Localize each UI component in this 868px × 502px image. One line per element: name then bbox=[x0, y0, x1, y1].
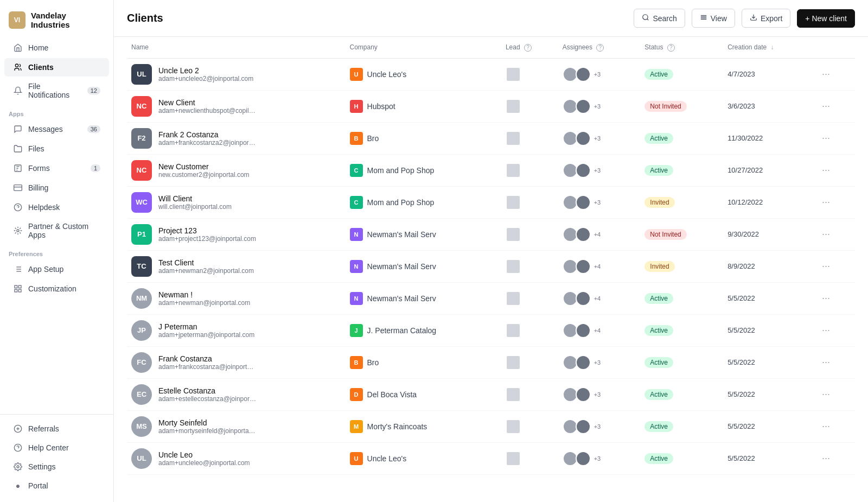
client-name: New Customer bbox=[158, 162, 250, 171]
lead-avatar bbox=[506, 355, 521, 370]
sidebar-item-messages[interactable]: Messages 36 bbox=[4, 120, 109, 138]
actions-cell: ··· bbox=[813, 250, 855, 282]
date-cell: 10/12/2022 bbox=[723, 186, 813, 218]
settings-icon bbox=[13, 462, 23, 472]
company-cell: B Bro bbox=[346, 122, 501, 154]
export-button[interactable]: Export bbox=[742, 9, 790, 28]
sidebar-item-files[interactable]: Files bbox=[4, 139, 109, 158]
org-logo[interactable]: VI Vandelay Industries bbox=[0, 7, 113, 38]
client-cell: P1 Project 123 adam+project123@joinporta… bbox=[127, 218, 346, 250]
date-cell: 9/30/2022 bbox=[723, 218, 813, 250]
preferences-section-label: Preferences bbox=[0, 244, 113, 259]
sidebar-item-forms[interactable]: Forms 1 bbox=[4, 159, 109, 177]
company-cell: J J. Peterman Catalog bbox=[346, 314, 501, 346]
more-options-button[interactable]: ··· bbox=[818, 258, 834, 274]
assignees-more-count: +3 bbox=[594, 135, 601, 142]
lead-avatar bbox=[506, 163, 521, 178]
new-client-button[interactable]: + New client bbox=[797, 9, 855, 28]
sidebar-item-file-notifications[interactable]: File Notifications 12 bbox=[4, 78, 109, 104]
date-cell: 5/5/2022 bbox=[723, 282, 813, 314]
table-row[interactable]: P1 Project 123 adam+project123@joinporta… bbox=[127, 218, 855, 250]
clients-table: Name Company Lead ? Assignees ? Status ? bbox=[127, 37, 855, 475]
actions-cell: ··· bbox=[813, 314, 855, 346]
company-cell: B Bro bbox=[346, 346, 501, 378]
table-row[interactable]: EC Estelle Costanza adam+estellecostanza… bbox=[127, 378, 855, 410]
assignees-cell: +4 bbox=[558, 282, 641, 314]
sidebar-item-portal[interactable]: ● Portal bbox=[4, 476, 109, 495]
sidebar-item-partner-apps[interactable]: Partner & Custom Apps bbox=[4, 218, 109, 244]
assignee-avatar-2 bbox=[576, 451, 591, 466]
more-options-button[interactable]: ··· bbox=[818, 290, 834, 306]
svg-line-24 bbox=[647, 19, 649, 21]
more-options-button[interactable]: ··· bbox=[818, 354, 834, 370]
sidebar-item-files-label: Files bbox=[28, 144, 44, 153]
status-cell: Invited bbox=[640, 250, 723, 282]
assignees-cell: +3 bbox=[558, 378, 641, 410]
sidebar-item-help-center[interactable]: Help Center bbox=[4, 439, 109, 457]
company-icon: B bbox=[350, 132, 363, 145]
more-options-button[interactable]: ··· bbox=[818, 194, 834, 209]
table-row[interactable]: JP J Peterman adam+jpeterman@joinportal.… bbox=[127, 314, 855, 346]
date-cell: 11/30/2022 bbox=[723, 122, 813, 154]
table-row[interactable]: UL Uncle Leo adam+uncleleo@joinportal.co… bbox=[127, 442, 855, 474]
sidebar-item-referrals-label: Referrals bbox=[28, 424, 59, 433]
table-row[interactable]: UL Uncle Leo 2 adam+uncleleo2@joinportal… bbox=[127, 58, 855, 90]
svg-point-22 bbox=[17, 466, 19, 468]
actions-cell: ··· bbox=[813, 218, 855, 250]
more-options-button[interactable]: ··· bbox=[818, 450, 834, 466]
actions-cell: ··· bbox=[813, 442, 855, 474]
assignees-more-count: +4 bbox=[594, 231, 601, 238]
help-center-icon bbox=[13, 443, 23, 453]
sidebar-item-helpdesk[interactable]: Helpdesk bbox=[4, 198, 109, 217]
table-row[interactable]: FC Frank Costanza adam+frankcostanza@joi… bbox=[127, 346, 855, 378]
more-options-button[interactable]: ··· bbox=[818, 418, 834, 434]
lead-avatar bbox=[506, 323, 521, 338]
sidebar-item-app-setup[interactable]: App Setup bbox=[4, 260, 109, 278]
search-button[interactable]: Search bbox=[634, 9, 685, 28]
more-options-button[interactable]: ··· bbox=[818, 386, 834, 402]
sidebar-item-settings[interactable]: Settings bbox=[4, 457, 109, 476]
table-row[interactable]: NC New Client adam+newclienthubspot@copi… bbox=[127, 90, 855, 122]
home-icon bbox=[13, 43, 23, 53]
table-row[interactable]: MS Morty Seinfeld adam+mortyseinfeld@joi… bbox=[127, 410, 855, 442]
sidebar-item-referrals[interactable]: Referrals bbox=[4, 420, 109, 438]
company-icon: M bbox=[350, 420, 363, 433]
more-options-button[interactable]: ··· bbox=[818, 162, 834, 177]
company-icon: H bbox=[350, 100, 363, 113]
more-options-button[interactable]: ··· bbox=[818, 98, 834, 113]
table-row[interactable]: TC Test Client adam+newman2@joinportal.c… bbox=[127, 250, 855, 282]
more-options-button[interactable]: ··· bbox=[818, 130, 834, 145]
col-lead: Lead ? bbox=[501, 37, 558, 58]
view-button[interactable]: View bbox=[692, 9, 735, 28]
table-row[interactable]: WC Will Client will.client@joinportal.co… bbox=[127, 186, 855, 218]
company-cell: M Morty's Raincoats bbox=[346, 410, 501, 442]
lead-cell bbox=[501, 282, 558, 314]
lead-avatar bbox=[506, 387, 521, 402]
more-options-button[interactable]: ··· bbox=[818, 66, 834, 81]
sidebar-item-billing[interactable]: Billing bbox=[4, 179, 109, 197]
sidebar-item-customization[interactable]: Customization bbox=[4, 279, 109, 298]
lead-avatar bbox=[506, 259, 521, 274]
table-row[interactable]: F2 Frank 2 Costanza adam+frankcostanza2@… bbox=[127, 122, 855, 154]
status-cell: Active bbox=[640, 282, 723, 314]
sidebar-item-clients[interactable]: Clients bbox=[4, 58, 109, 77]
assignees-more-count: +3 bbox=[594, 167, 601, 174]
company-icon: N bbox=[350, 228, 363, 241]
sidebar-item-home[interactable]: Home bbox=[4, 39, 109, 57]
col-actions bbox=[813, 37, 855, 58]
lead-avatar bbox=[506, 195, 521, 210]
lead-avatar bbox=[506, 291, 521, 306]
clients-table-container: Name Company Lead ? Assignees ? Status ? bbox=[114, 37, 868, 502]
col-assignees: Assignees ? bbox=[558, 37, 641, 58]
billing-icon bbox=[13, 183, 23, 193]
actions-cell: ··· bbox=[813, 378, 855, 410]
file-notifications-badge: 12 bbox=[87, 87, 100, 94]
more-options-button[interactable]: ··· bbox=[818, 226, 834, 242]
more-options-button[interactable]: ··· bbox=[818, 322, 834, 338]
status-help-icon: ? bbox=[667, 44, 675, 52]
assignees-cell: +3 bbox=[558, 154, 641, 186]
actions-cell: ··· bbox=[813, 346, 855, 378]
table-row[interactable]: NM Newman ! adam+newman@joinportal.com N… bbox=[127, 282, 855, 314]
table-row[interactable]: NC New Customer new.customer2@joinportal… bbox=[127, 154, 855, 186]
company-name: Mom and Pop Shop bbox=[367, 166, 435, 175]
